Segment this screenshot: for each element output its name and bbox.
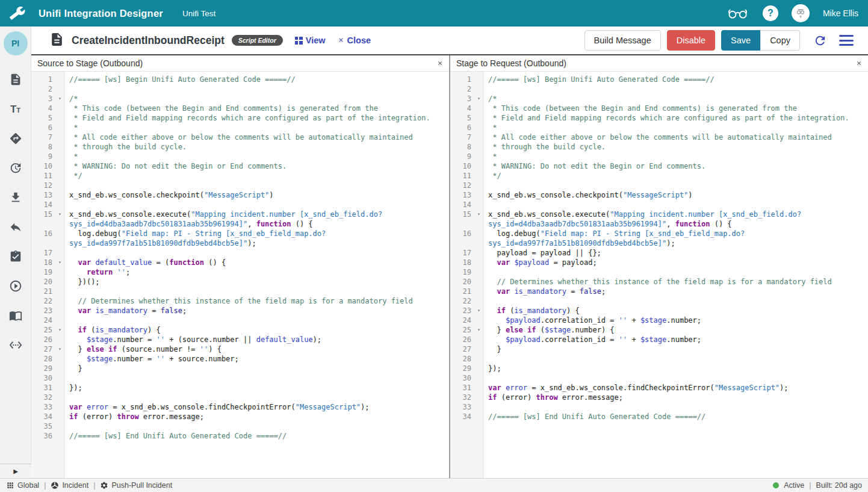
- code-line[interactable]: 32if (error) throw error.message;: [450, 393, 868, 402]
- code-line[interactable]: 6 *: [450, 123, 868, 132]
- menu-icon[interactable]: [839, 35, 854, 46]
- fold-arrow-icon[interactable]: ▾: [474, 306, 483, 316]
- build-message-button[interactable]: Build Message: [584, 30, 661, 51]
- code-line[interactable]: 19: [450, 267, 868, 277]
- tasks-icon[interactable]: [8, 249, 23, 264]
- code-line[interactable]: 17: [31, 248, 449, 258]
- code-line[interactable]: 31});: [31, 383, 449, 393]
- code-line[interactable]: 22: [450, 296, 868, 306]
- code-line[interactable]: 8 * through the build cycle.: [450, 142, 868, 152]
- code-line[interactable]: 31var error = x_snd_eb.ws_console.findCh…: [450, 383, 868, 393]
- code-line[interactable]: 27 }: [450, 344, 868, 354]
- code-line[interactable]: 20 // Determines whether this instance o…: [450, 277, 868, 287]
- code-line[interactable]: 7 * All code either above or below the c…: [31, 132, 449, 142]
- code-line[interactable]: 32: [31, 393, 449, 402]
- wrench-icon[interactable]: [10, 5, 25, 21]
- user-name[interactable]: Mike Ellis: [823, 8, 858, 18]
- code-line[interactable]: 9 *: [31, 152, 449, 161]
- code-line[interactable]: 1//===== [ws] Begin Unifi Auto Generated…: [31, 75, 449, 84]
- user-avatar[interactable]: [792, 4, 810, 22]
- code-line[interactable]: 22 // Determines whether this instance o…: [31, 296, 449, 306]
- document-icon[interactable]: [8, 72, 23, 87]
- code-line[interactable]: 2: [450, 84, 868, 94]
- fold-arrow-icon[interactable]: ▾: [474, 94, 483, 104]
- code-line[interactable]: 24 $payload.correlation_id = '' + $stage…: [450, 316, 868, 325]
- view-link[interactable]: View: [295, 36, 326, 45]
- code-line[interactable]: 11 */: [31, 171, 449, 181]
- code-line[interactable]: 10 * WARNING: Do not edit the Begin or E…: [31, 161, 449, 171]
- download-icon[interactable]: [8, 190, 23, 205]
- code-line[interactable]: 3▾/*: [450, 94, 868, 104]
- code-line[interactable]: 15▾x_snd_eb.ws_console.execute("Mapping …: [31, 210, 449, 229]
- code-line[interactable]: 29});: [450, 364, 868, 373]
- code-line[interactable]: 21: [31, 287, 449, 296]
- code-line[interactable]: 30: [31, 373, 449, 383]
- fold-arrow-icon[interactable]: ▾: [55, 94, 64, 104]
- code-line[interactable]: 29 }: [31, 364, 449, 373]
- code-line[interactable]: 16 log.debug("Field map: PI - String [x_…: [31, 229, 449, 248]
- sidebar-expand-button[interactable]: ▶: [0, 464, 31, 478]
- fold-arrow-icon[interactable]: ▾: [474, 325, 483, 335]
- code-line[interactable]: 1//===== [ws] Begin Unifi Auto Generated…: [450, 75, 868, 84]
- code-line[interactable]: 20 })();: [31, 277, 449, 287]
- code-line[interactable]: 23▾ if (is_mandatory) {: [450, 306, 868, 316]
- refresh-icon[interactable]: [813, 34, 827, 48]
- code-line[interactable]: 12: [450, 181, 868, 190]
- code-line[interactable]: 25▾ } else if ($stage.number) {: [450, 325, 868, 335]
- code-line[interactable]: 26 $payload.correlation_id = '' + $stage…: [450, 335, 868, 344]
- glasses-icon[interactable]: [727, 7, 749, 20]
- code-line[interactable]: 5 * Field and Field mapping records whic…: [31, 113, 449, 123]
- code-line[interactable]: 2: [31, 84, 449, 94]
- code-line[interactable]: 10 * WARNING: Do not edit the Begin or E…: [450, 161, 868, 171]
- environment-name[interactable]: Unifi Test: [182, 9, 215, 18]
- process-avatar[interactable]: PI: [4, 31, 28, 55]
- code-line[interactable]: 33var error = x_snd_eb.ws_console.findCh…: [31, 402, 449, 412]
- code-line[interactable]: 9 *: [450, 152, 868, 161]
- code-line[interactable]: 35: [31, 422, 449, 431]
- code-line[interactable]: 7 * All code either above or below the c…: [450, 132, 868, 142]
- code-line[interactable]: 26 $stage.number = '' + (source.number |…: [31, 335, 449, 344]
- scope-global[interactable]: Global: [6, 481, 39, 490]
- code-line[interactable]: 28: [450, 354, 868, 364]
- code-line[interactable]: 18 var $payload = payload;: [450, 258, 868, 267]
- code-line[interactable]: 14: [450, 200, 868, 210]
- code-line[interactable]: 23 var is_mandatory = false;: [31, 306, 449, 316]
- scope-push-pull-incident[interactable]: Push-Pull Incident: [100, 481, 172, 490]
- code-line[interactable]: 25▾ if (is_mandatory) {: [31, 325, 449, 335]
- code-line[interactable]: 4 * This code (between the Begin and End…: [450, 104, 868, 113]
- code-line[interactable]: 33: [450, 402, 868, 412]
- code-line[interactable]: 34if (error) throw error.message;: [31, 412, 449, 422]
- code-line[interactable]: 17 payload = payload || {};: [450, 248, 868, 258]
- code-line[interactable]: 18▾ var default_value = (function () {: [31, 258, 449, 267]
- book-icon[interactable]: [8, 308, 23, 323]
- save-button[interactable]: Save: [721, 30, 760, 51]
- code-line[interactable]: 21 var is_mandatory = false;: [450, 287, 868, 296]
- code-line[interactable]: 11 */: [450, 171, 868, 181]
- disable-button[interactable]: Disable: [667, 30, 715, 51]
- code-line[interactable]: 13x_snd_eb.ws_console.checkpoint("Messag…: [31, 190, 449, 200]
- fold-arrow-icon[interactable]: ▾: [55, 210, 64, 229]
- code-editor-stage-to-request[interactable]: 1//===== [ws] Begin Unifi Auto Generated…: [450, 72, 868, 478]
- code-line[interactable]: 27▾ } else if (source.number != '') {: [31, 344, 449, 354]
- code-line[interactable]: 16 log.debug("Field map: PI - String [x_…: [450, 229, 868, 248]
- code-line[interactable]: 34//===== [ws] End Unifi Auto Generated …: [450, 412, 868, 422]
- code-line[interactable]: 6 *: [31, 123, 449, 132]
- code-line[interactable]: 3▾/*: [31, 94, 449, 104]
- fold-arrow-icon[interactable]: ▾: [55, 344, 64, 354]
- code-line[interactable]: 13x_snd_eb.ws_console.checkpoint("Messag…: [450, 190, 868, 200]
- panel-close-icon[interactable]: [856, 60, 862, 66]
- code-editor-source-to-stage[interactable]: 1//===== [ws] Begin Unifi Auto Generated…: [31, 72, 449, 478]
- undo-icon[interactable]: [8, 220, 23, 234]
- code-line[interactable]: 12: [31, 181, 449, 190]
- help-icon[interactable]: ?: [763, 5, 778, 21]
- code-line[interactable]: 15▾x_snd_eb.ws_console.execute("Mapping …: [450, 210, 868, 229]
- play-icon[interactable]: [8, 279, 23, 293]
- code-line[interactable]: 36//===== [ws] End Unifi Auto Generated …: [31, 431, 449, 441]
- code-line[interactable]: 30: [450, 373, 868, 383]
- history-icon[interactable]: [8, 161, 23, 175]
- code-line[interactable]: 4 * This code (between the Begin and End…: [31, 104, 449, 113]
- code-icon[interactable]: [8, 338, 23, 352]
- fold-arrow-icon[interactable]: ▾: [55, 325, 64, 335]
- panel-close-icon[interactable]: [437, 60, 443, 66]
- close-link[interactable]: Close: [338, 36, 371, 45]
